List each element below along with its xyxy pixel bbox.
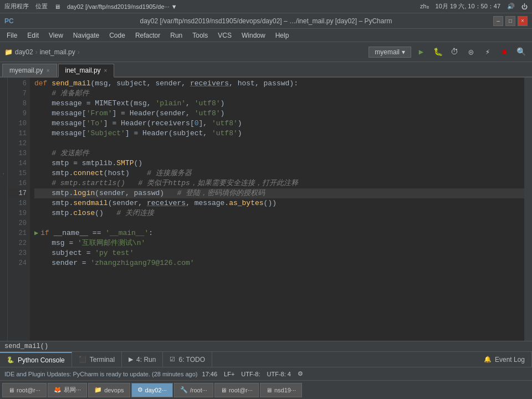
code-line-11: message['Subject'] = Header(subject, 'ut… (34, 129, 524, 139)
run-tab-icon: ▶ (129, 356, 133, 363)
gutter-14 (0, 158, 8, 168)
menu-help[interactable]: Help (271, 30, 294, 40)
taskbar-devops-label: devops (104, 387, 124, 393)
ln-22: 22 (8, 238, 27, 248)
run-config-dropdown-icon: ▾ (402, 48, 405, 56)
ln-24: 24 (8, 258, 27, 268)
app-logo: PC (4, 17, 14, 25)
status-indent[interactable]: UTF-8: 4 (267, 371, 291, 377)
status-lf[interactable]: LF+ (224, 371, 234, 377)
bottom-tab-todo[interactable]: ☑ 6: TODO (163, 352, 212, 367)
taskbar: 🖥 root@r··· 🦊 易网··· 📁 devops ⚙ day02··· … (0, 380, 532, 399)
ln-11: 11 (8, 129, 27, 139)
editor-container: · 6 7 8 9 10 11 12 13 14 15 16 17 18 19 … (0, 78, 532, 341)
profile-button[interactable]: ⏱ (448, 45, 461, 59)
breadcrumb-day02[interactable]: 📁 (4, 48, 13, 56)
bottom-tab-terminal[interactable]: ⬛ Terminal (72, 352, 122, 367)
app-menu[interactable]: 应用程序 (4, 2, 29, 11)
gutter-12 (0, 139, 8, 149)
debug-button[interactable]: 🐛 (431, 45, 444, 59)
gutter-21 (0, 228, 8, 238)
event-log-icon: 🔔 (484, 356, 492, 363)
code-line-24: sender = 'zhangzhigang79@126.com' (34, 258, 524, 268)
python-console-label: Python Console (18, 356, 65, 364)
gutter-15: · (0, 168, 8, 178)
taskbar-nsd19[interactable]: 🖥 nsd19··· (260, 383, 302, 397)
minimize-button[interactable]: – (493, 16, 503, 26)
maximize-button[interactable]: □ (505, 16, 515, 26)
gutter-6 (0, 79, 8, 89)
line-numbers: 6 7 8 9 10 11 12 13 14 15 16 17 18 19 20… (8, 78, 30, 341)
system-bar: 应用程序 位置 🖥 day02 [/var/ftp/nsd2019/nsd190… (0, 0, 532, 13)
tab-inet-mail-close[interactable]: × (104, 68, 108, 74)
coverage-button[interactable]: ◎ (464, 45, 478, 59)
code-line-14: smtp = smtplib.SMTP() (34, 158, 524, 168)
volume-icon[interactable]: 🔊 (507, 3, 515, 10)
terminal-label: Terminal (90, 356, 115, 364)
window-selector[interactable]: day02 [/var/ftp/nsd2019/nsd1905/de··· ▼ (67, 3, 177, 10)
breadcrumb-sep1: › (35, 48, 38, 56)
taskbar-root2-label: root@r··· (229, 387, 253, 393)
tab-inet-mail[interactable]: inet_mail.py × (58, 64, 115, 78)
event-log-label: Event Log (495, 356, 525, 364)
code-line-15: smtp.connect(host) # 连接服务器 (34, 168, 524, 178)
search-everywhere-button[interactable]: 🔍 (514, 45, 528, 59)
bottom-tab-event-log[interactable]: 🔔 Event Log (477, 352, 532, 367)
tab-myemail[interactable]: myemail.py × (2, 64, 57, 76)
breadcrumb-file[interactable]: inet_mail.py (40, 48, 75, 56)
menu-bar: File Edit View Navigate Code Refactor Ru… (0, 29, 532, 42)
editor-scrollbar[interactable] (524, 78, 532, 341)
code-line-20 (34, 218, 524, 228)
close-button[interactable]: × (518, 16, 528, 26)
menu-file[interactable]: File (2, 30, 22, 40)
taskbar-root2[interactable]: 🖥 root@r··· (214, 383, 259, 397)
menu-code[interactable]: Code (105, 30, 130, 40)
locale-indicator: zh₂ (420, 3, 429, 10)
menu-run[interactable]: Run (166, 30, 187, 40)
menu-navigate[interactable]: Navigate (69, 30, 104, 40)
menu-edit[interactable]: Edit (23, 30, 43, 40)
taskbar-devops[interactable]: 📁 devops (88, 383, 130, 397)
code-line-17: smtp.login(sender, passwd) # 登陆，密码填你的授权码 (34, 188, 524, 198)
settings-icon[interactable]: ⚙ (298, 370, 303, 377)
bottom-tab-python-console[interactable]: 🐍 Python Console (0, 352, 72, 367)
menu-view[interactable]: View (44, 30, 68, 40)
ln-6: 6 (8, 79, 27, 89)
stop-button[interactable]: ■ (498, 45, 511, 59)
taskbar-day02[interactable]: ⚙ day02··· (131, 383, 173, 397)
breadcrumb-day02-label[interactable]: day02 (15, 48, 33, 56)
taskbar-root-term[interactable]: 🔧 /root··· (174, 383, 213, 397)
run-config-label: myemail (375, 48, 400, 56)
tab-myemail-close[interactable]: × (47, 68, 50, 74)
status-position[interactable]: 17:46 (202, 371, 218, 377)
power-icon[interactable]: ⏻ (521, 3, 528, 10)
code-editor[interactable]: def send_mail(msg, subject, sender, rece… (30, 78, 524, 341)
ln-8: 8 (8, 99, 27, 109)
menu-refactor[interactable]: Refactor (131, 30, 165, 40)
gutter-17 (0, 188, 8, 198)
code-line-21: ▶if __name__ == '__main__': (34, 228, 524, 238)
menu-tools[interactable]: Tools (188, 30, 212, 40)
gutter-18 (0, 198, 8, 208)
taskbar-nsd19-icon: 🖥 (266, 387, 272, 393)
code-line-6: def send_mail(msg, subject, sender, rece… (34, 79, 524, 89)
run-anything-button[interactable]: ⚡ (481, 45, 494, 59)
menu-vcs[interactable]: VCS (213, 30, 236, 40)
bottom-tab-run[interactable]: ▶ 4: Run (122, 352, 163, 367)
taskbar-devops-icon: 📁 (94, 386, 102, 393)
menu-window[interactable]: Window (237, 30, 270, 40)
gutter-13 (0, 149, 8, 158)
code-line-16: # smtp.starttls() # 类似于https，如果需要安全连接，打开… (34, 178, 524, 188)
app-icon: 🖥 (54, 3, 60, 10)
status-encoding[interactable]: UTF-8: (241, 371, 260, 377)
gutter-20 (0, 218, 8, 228)
taskbar-root-term-icon: 🔧 (180, 386, 188, 393)
taskbar-root1[interactable]: 🖥 root@r··· (2, 383, 47, 397)
run-button[interactable]: ▶ (415, 45, 428, 59)
taskbar-firefox[interactable]: 🦊 易网··· (48, 383, 87, 397)
function-hint: send_mail() (0, 341, 532, 351)
run-config-selector[interactable]: myemail ▾ (369, 47, 411, 58)
location-menu[interactable]: 位置 (35, 2, 48, 11)
taskbar-root1-icon: 🖥 (8, 387, 14, 393)
code-line-7: # 准备邮件 (34, 89, 524, 99)
